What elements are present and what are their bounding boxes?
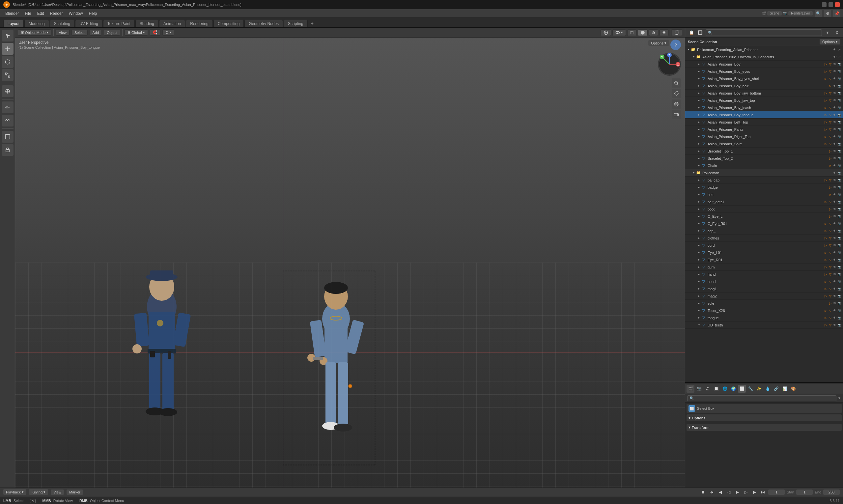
outliner-item[interactable]: ▸ ▽ belt ▷ 👁 📷 — [685, 191, 843, 198]
render-btn[interactable]: 📷 — [837, 280, 842, 284]
outliner-item[interactable]: ▸ ▽ clothes ▷ ▽ 👁 📷 — [685, 235, 843, 242]
3d-viewport[interactable]: User Perspective (1) Scene Collection | … — [15, 38, 685, 488]
visibility-btn[interactable]: 👁 — [832, 207, 837, 212]
outliner-item[interactable]: ▸ ▽ Asian_Prisoner_Right_Top ▷ ▽ 👁 📷 — [685, 133, 843, 140]
visibility-btn[interactable]: 👁 — [832, 55, 837, 59]
visibility-btn[interactable]: 👁 — [832, 91, 837, 95]
visibility-btn[interactable]: 👁 — [832, 236, 837, 240]
annotate-tool[interactable]: ✏ — [2, 102, 14, 113]
outliner-icon-1[interactable]: 📋 — [688, 29, 695, 36]
render-btn[interactable]: 📷 — [837, 170, 842, 175]
transform-orientation[interactable]: ⊕ Global ▾ — [125, 29, 148, 36]
outliner-item-asian-prisoner-boy-tongue[interactable]: ▸ ▽ Asian_Prisoner_Boy_tongue ▷ ▽ 👁 📷 — [685, 111, 843, 119]
render-btn[interactable]: 📷 — [837, 236, 842, 240]
current-frame[interactable]: 1 — [768, 489, 785, 495]
render-btn[interactable]: 📷 — [837, 229, 842, 233]
visibility-btn[interactable]: 👁 — [832, 142, 837, 146]
menu-edit[interactable]: Edit — [35, 11, 47, 16]
visibility-btn[interactable]: 👁 — [832, 120, 837, 125]
measure-tool[interactable] — [2, 115, 14, 126]
render-btn[interactable]: 📷 — [837, 120, 842, 125]
menu-window[interactable]: Window — [66, 11, 86, 16]
modifier-btn[interactable]: ▽ — [828, 76, 832, 81]
tab-layout[interactable]: Layout — [3, 20, 24, 28]
render-btn[interactable]: 📷 — [837, 98, 842, 103]
keying-btn[interactable]: Keying ▾ — [29, 489, 49, 495]
visibility-btn[interactable]: 👁 — [832, 294, 837, 299]
renderlayer-selector[interactable]: RenderLayer — [788, 11, 813, 16]
props-material-icon[interactable]: 🎨 — [789, 385, 797, 393]
outliner-item[interactable]: ▸ ▽ Asian_Prisoner_Left_Top ▷ ▽ 👁 📷 — [685, 119, 843, 126]
scene-selector[interactable]: Scene — [767, 11, 782, 16]
help-btn[interactable]: ? — [670, 39, 681, 50]
visibility-btn[interactable]: 👁 — [832, 229, 837, 233]
end-frame[interactable]: 250 — [823, 489, 840, 495]
visibility-btn[interactable]: 👁 — [832, 185, 837, 190]
render-btn[interactable]: 📷 — [837, 134, 842, 139]
minimize-button[interactable] — [822, 2, 827, 7]
outliner-item[interactable]: ▸ ▽ C_Eye_L ▷ 👁 📷 — [685, 213, 843, 220]
visibility-btn[interactable]: 👁 — [832, 149, 837, 154]
menu-blender[interactable]: Blender — [3, 11, 21, 16]
props-scene-icon[interactable]: 🎬 — [686, 385, 695, 393]
tab-scripting[interactable]: Scripting — [284, 20, 308, 28]
props-world-icon[interactable]: 🌍 — [729, 385, 737, 393]
modifier-btn[interactable]: ▽ — [828, 69, 832, 74]
props-data-icon[interactable]: 📊 — [781, 385, 789, 393]
overlays-btn[interactable]: ▾ — [612, 29, 626, 36]
outliner-item[interactable]: ▸ ▽ C_Eye_R01 ▷ ▽ 👁 📷 — [685, 220, 843, 227]
render-btn[interactable]: 📷 — [837, 323, 842, 327]
outliner-item[interactable]: ▸ ▽ cord ▷ ▽ 👁 📷 — [685, 242, 843, 249]
visibility-btn[interactable]: 👁 — [832, 76, 837, 81]
outliner-item[interactable]: ▾ 📁 Policeman_Escorting_Asian_Prisoner 👁… — [685, 46, 843, 53]
pan-btn[interactable] — [672, 89, 681, 98]
cursor-tool[interactable] — [2, 30, 14, 41]
tab-add[interactable]: + — [308, 19, 316, 28]
render-btn[interactable]: 📷 — [837, 287, 842, 291]
scale-tool[interactable] — [2, 69, 14, 81]
visibility-btn[interactable]: 👁 — [832, 214, 837, 219]
visibility-btn[interactable]: 👁 — [832, 301, 837, 306]
render-btn[interactable]: 📷 — [837, 221, 842, 226]
render-btn[interactable]: 📷 — [837, 105, 842, 110]
armature-btn[interactable]: ▷ — [823, 76, 828, 81]
zoom-btn[interactable] — [672, 78, 681, 88]
visibility-btn[interactable]: 👁 — [832, 257, 837, 262]
visibility-btn[interactable]: 👁 — [832, 62, 837, 67]
tab-geometry-nodes[interactable]: Geometry Nodes — [245, 20, 283, 28]
outliner-item[interactable]: ▸ ▽ Asian_Prisoner_Boy_hair ▷ 👁 📷 — [685, 82, 843, 90]
render-btn[interactable]: 📷 — [837, 308, 842, 313]
outliner-item[interactable]: ▸ ▽ mag1 ▷ ▽ 👁 📷 — [685, 285, 843, 292]
outliner-item[interactable]: ▸ ▽ ba_cap ▷ ▽ 👁 📷 — [685, 177, 843, 184]
properties-filter-btn[interactable]: ▼ — [838, 396, 841, 400]
outliner-item-tongue[interactable]: ▸ ▽ tongue ▷ ▽ 👁 📷 — [685, 314, 843, 322]
options-header[interactable]: ▾ Options — [686, 414, 842, 421]
visibility-btn[interactable]: 👁 — [832, 134, 837, 139]
render-btn[interactable]: 📷 — [837, 272, 842, 277]
render-btn[interactable]: 📷 — [837, 156, 842, 161]
outliner-item[interactable]: ▸ ▽ gum ▷ ▽ 👁 📷 — [685, 264, 843, 271]
tab-animation[interactable]: Animation — [159, 20, 185, 28]
menu-file[interactable]: File — [22, 11, 34, 16]
xray-toggle[interactable] — [672, 29, 682, 36]
select-exclude-btn[interactable]: ↗ — [837, 55, 842, 59]
visibility-btn[interactable]: 👁 — [832, 127, 837, 132]
visibility-btn[interactable]: 👁 — [832, 69, 837, 74]
transform-tool[interactable] — [2, 85, 14, 97]
visibility-btn[interactable]: 👁 — [832, 243, 837, 248]
visibility-btn[interactable]: 👁 — [832, 265, 837, 269]
render-btn[interactable]: 📷 — [837, 265, 842, 269]
visibility-btn[interactable]: 👁 — [832, 272, 837, 277]
add-primitive-tool[interactable] — [2, 131, 14, 143]
render-btn[interactable]: 📷 — [837, 250, 842, 255]
outliner-item-policeman[interactable]: ▾ 📁 Policeman 👁 📷 — [685, 169, 843, 177]
render-btn[interactable]: 📷 — [837, 301, 842, 306]
search-btn[interactable]: 🔍 — [815, 10, 822, 17]
outliner-item[interactable]: ▸ ▽ belt_detail ▷ ▽ 👁 📷 — [685, 198, 843, 205]
jump-start-btn[interactable]: ⏮ — [708, 489, 715, 496]
mode-selector[interactable]: ▣ Object Mode ▾ — [18, 29, 51, 36]
outliner-content[interactable]: ▾ 📁 Policeman_Escorting_Asian_Prisoner 👁… — [685, 46, 843, 382]
outliner-item[interactable]: ▸ ▽ head ▷ ▽ 👁 📷 — [685, 278, 843, 285]
shading-rendered[interactable]: ◉ — [660, 29, 669, 36]
visibility-btn[interactable]: 👁 — [832, 287, 837, 291]
